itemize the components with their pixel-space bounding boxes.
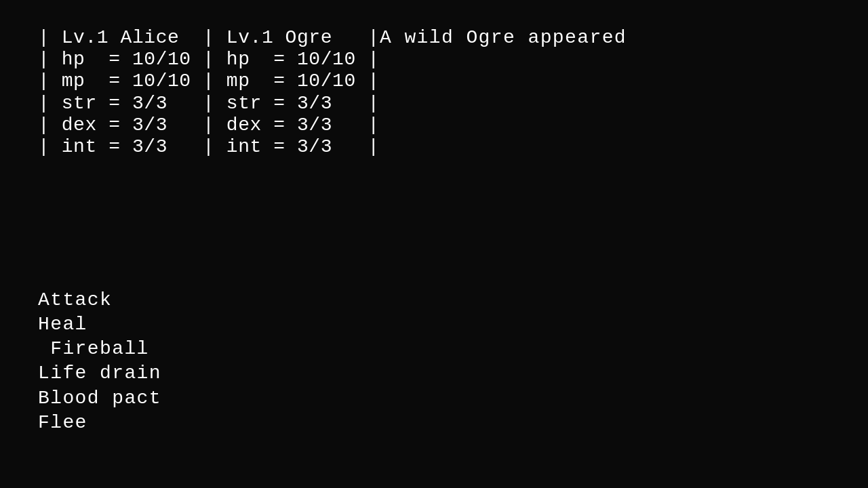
stats-line-2: | mp = 10/10 | mp = 10/10 |: [38, 70, 830, 92]
stats-line-3: | str = 3/3 | str = 3/3 |: [38, 93, 830, 115]
action-item-0[interactable]: Attack: [38, 289, 161, 311]
action-item-3[interactable]: Life drain: [38, 363, 161, 384]
action-item-5[interactable]: Flee: [38, 412, 161, 434]
action-item-4[interactable]: Blood pact: [38, 388, 161, 409]
stats-line-4: | dex = 3/3 | dex = 3/3 |: [38, 115, 830, 136]
action-item-2[interactable]: Fireball: [38, 338, 161, 360]
stats-line-5: | int = 3/3 | int = 3/3 |: [38, 136, 830, 158]
actions-panel: AttackHeal FireballLife drainBlood pactF…: [38, 289, 161, 434]
action-item-1[interactable]: Heal: [38, 314, 161, 336]
battle-message: A wild Ogre appeared: [380, 27, 627, 49]
stats-line-1: | hp = 10/10 | hp = 10/10 |: [38, 49, 830, 70]
